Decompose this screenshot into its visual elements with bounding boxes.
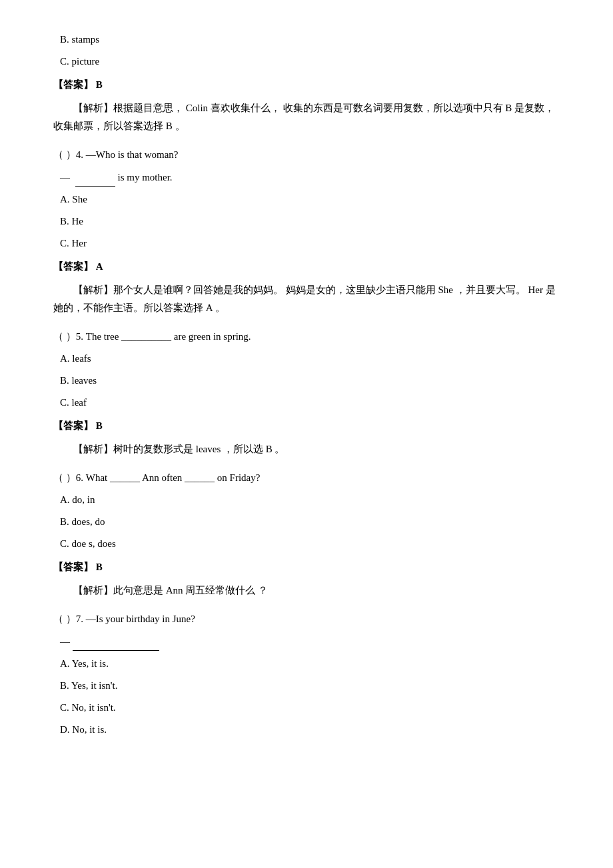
q6-option-a: A. do, in [53,491,560,509]
q4-question: （ ）4. —Who is that woman? [53,146,560,164]
q7-dash: — [60,636,73,647]
q5-option-b: B. leaves [53,372,560,390]
q5-explanation: 【解析】树叶的复数形式是 leaves ，所以选 B 。 [53,440,560,458]
q4-blank-line: — is my mother. [53,168,560,187]
q7-question: （ ）7. —Is your birthday in June? [53,610,560,628]
q6-question: （ ）6. What ______ Ann often ______ on Fr… [53,469,560,487]
q4-dash: — [60,172,70,183]
q5-option-a: A. leafs [53,350,560,368]
q4-blank [75,168,115,187]
q5-question: （ ）5. The tree __________ are green in s… [53,328,560,346]
q6-answer: 【答案】 B [53,558,560,576]
q4-option-b: B. He [53,213,560,230]
q5-option-c: C. leaf [53,394,560,412]
q7-option-c: C. No, it isn't. [53,699,560,717]
q6-option-c: C. doe s, does [53,535,560,553]
q7-section: （ ）7. —Is your birthday in June? — A. Ye… [53,610,560,739]
q7-blank [73,632,159,651]
q3-explanation: 【解析】根据题目意思， Colin 喜欢收集什么， 收集的东西是可数名词要用复数… [53,99,560,135]
q5-section: （ ）5. The tree __________ are green in s… [53,328,560,458]
q7-option-d: D. No, it is. [53,721,560,739]
q7-option-b: B. Yes, it isn't. [53,677,560,695]
q3-option-b: B. stamps [53,31,560,49]
q6-explanation: 【解析】此句意思是 Ann 周五经常做什么 ？ [53,582,560,600]
q4-blank-suffix: is my mother. [118,172,173,183]
q4-option-a: A. She [53,191,560,209]
q3-section: B. stamps C. picture 【答案】 B 【解析】根据题目意思， … [53,31,560,135]
page-content: B. stamps C. picture 【答案】 B 【解析】根据题目意思， … [53,31,560,739]
q3-answer: 【答案】 B [53,76,560,94]
q7-blank-line: — [53,632,560,651]
q4-section: （ ）4. —Who is that woman? — is my mother… [53,146,560,317]
q4-explanation: 【解析】那个女人是谁啊？回答她是我的妈妈。 妈妈是女的，这里缺少主语只能用 Sh… [53,281,560,317]
q3-option-c: C. picture [53,53,560,71]
q7-option-a: A. Yes, it is. [53,655,560,673]
q6-option-b: B. does, do [53,513,560,531]
q6-section: （ ）6. What ______ Ann often ______ on Fr… [53,469,560,600]
q4-option-c: C. Her [53,234,560,252]
q5-answer: 【答案】 B [53,417,560,435]
q4-answer: 【答案】 A [53,258,560,276]
